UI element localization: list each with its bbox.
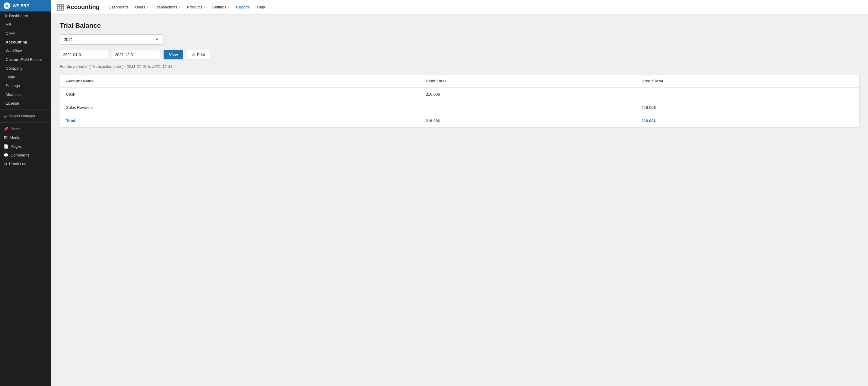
sidebar-item-project-manager[interactable]: ◎ Project Manager: [0, 111, 51, 121]
sidebar-item-hr[interactable]: HR: [0, 20, 51, 29]
total-debit: 216.00$: [420, 114, 636, 128]
total-row: Total 216.00$ 216.00$: [60, 114, 859, 128]
col-header-debit: Debit Total: [420, 74, 636, 88]
sidebar-item-license[interactable]: License: [0, 99, 51, 108]
pages-icon: 📄: [4, 144, 8, 149]
sidebar-item-label: CRM: [6, 31, 15, 36]
nav-label-products: Products: [187, 5, 203, 9]
sidebar-item-label: Tools: [6, 75, 15, 79]
comments-icon: 💬: [4, 153, 8, 157]
sidebar-item-label: Custom Field Builder: [6, 57, 42, 62]
sidebar-item-tools[interactable]: Tools: [0, 73, 51, 82]
print-button[interactable]: Print: [187, 50, 210, 59]
account-name-cell: Sales Revenue: [60, 101, 420, 114]
nav-item-reports[interactable]: Reports: [233, 3, 253, 11]
email-log-icon: ✉: [4, 162, 7, 166]
page-title: Trial Balance: [60, 22, 860, 30]
sidebar-top-brand[interactable]: W WP ERP: [0, 0, 51, 11]
period-dates: 2021-01-01 to 2021-12-31: [127, 64, 172, 69]
debit-cell: 216.00$: [420, 88, 636, 101]
sidebar-item-label: Modules: [6, 92, 21, 97]
wp-erp-icon: W: [4, 2, 10, 9]
year-select-wrapper: 2019 2020 2021 2022: [60, 34, 860, 45]
sidebar-item-modules[interactable]: Modules: [0, 90, 51, 99]
sidebar-item-label: Posts: [10, 127, 21, 131]
sidebar-item-company[interactable]: Company: [0, 64, 51, 73]
table-row: Sales Revenue 216.00$: [60, 101, 859, 114]
sidebar-item-label: Project Manager: [9, 114, 35, 118]
nav-item-settings[interactable]: Settings ▾: [209, 3, 232, 11]
total-label: Total: [60, 114, 420, 128]
sidebar-item-pages[interactable]: 📄 Pages: [0, 142, 51, 151]
project-manager-icon: ◎: [4, 114, 7, 118]
top-nav-title: Accounting: [66, 4, 100, 10]
sidebar-item-label: Settings: [6, 84, 20, 88]
nav-label-reports: Reports: [236, 5, 250, 9]
sidebar-item-posts[interactable]: 📌 Posts: [0, 125, 51, 133]
top-nav-brand: Accounting: [57, 4, 100, 10]
chevron-down-icon: ▾: [204, 5, 205, 9]
sidebar-item-settings[interactable]: Settings: [0, 82, 51, 90]
date-to-input[interactable]: [112, 50, 160, 59]
sidebar-item-media[interactable]: 🖼 Media: [0, 133, 51, 142]
top-nav: Accounting Dashboard Users ▾ Transaction…: [51, 0, 868, 14]
sidebar-item-dashboard-top[interactable]: ⊞ Dashboard: [0, 11, 51, 20]
sidebar-brand-label: WP ERP: [13, 3, 29, 8]
sidebar-item-label: Comments: [10, 153, 30, 157]
sidebar-item-label: Accounting: [6, 40, 28, 44]
account-name-cell: Cash: [60, 88, 420, 101]
table-row: Cash 216.00$: [60, 88, 859, 101]
accounting-brand-icon: [57, 4, 64, 10]
print-label: Print: [197, 53, 205, 57]
sidebar-item-label: Pages: [10, 144, 22, 149]
sidebar-divider-2: [0, 122, 51, 123]
period-text: For the period of ( Transaction date ) :…: [60, 64, 860, 69]
nav-item-dashboard[interactable]: Dashboard: [105, 3, 131, 11]
sidebar-item-workflow[interactable]: Workflow: [0, 46, 51, 55]
sidebar-item-custom-field-builder[interactable]: Custom Field Builder: [0, 55, 51, 64]
posts-icon: 📌: [4, 127, 8, 131]
year-select[interactable]: 2019 2020 2021 2022: [60, 34, 162, 45]
sidebar-item-crm[interactable]: CRM: [0, 29, 51, 38]
nav-item-help[interactable]: Help: [254, 3, 268, 11]
view-button[interactable]: View: [163, 50, 183, 59]
date-filter-row: View Print: [60, 50, 860, 59]
nav-label-transactions: Transactions: [155, 5, 178, 9]
sidebar-item-label: Dashboard: [9, 13, 28, 18]
nav-label-settings: Settings: [212, 5, 226, 9]
media-icon: 🖼: [4, 135, 7, 140]
nav-label-users: Users: [135, 5, 146, 9]
dashboard-icon: ⊞: [4, 13, 7, 18]
col-header-credit: Credit Total: [636, 74, 859, 88]
sidebar-item-label: HR: [6, 22, 11, 27]
main-area: Accounting Dashboard Users ▾ Transaction…: [51, 0, 868, 386]
nav-label-dashboard: Dashboard: [108, 5, 128, 9]
sidebar-item-label: Media: [10, 135, 20, 140]
trial-balance-table: Account Name Debit Total Credit Total Ca…: [60, 74, 860, 128]
total-credit: 216.00$: [636, 114, 859, 128]
nav-item-users[interactable]: Users ▾: [132, 3, 151, 11]
period-label: For the period of ( Transaction date ) :: [60, 64, 127, 69]
credit-cell: 216.00$: [636, 101, 859, 114]
debit-cell: [420, 101, 636, 114]
sidebar-item-label: Email Log: [9, 162, 27, 166]
nav-item-transactions[interactable]: Transactions ▾: [152, 3, 183, 11]
chevron-down-icon: ▾: [178, 5, 180, 9]
sidebar-item-label: Workflow: [6, 49, 22, 53]
credit-cell: [636, 88, 859, 101]
print-dot-icon: [192, 53, 195, 56]
sidebar-item-comments[interactable]: 💬 Comments: [0, 151, 51, 160]
page-content: Trial Balance 2019 2020 2021 2022 View P…: [51, 14, 868, 386]
sidebar-item-email-log[interactable]: ✉ Email Log: [0, 160, 51, 168]
nav-item-products[interactable]: Products ▾: [184, 3, 208, 11]
chevron-down-icon: ▾: [227, 5, 229, 9]
sidebar-item-label: License: [6, 101, 19, 105]
date-from-input[interactable]: [60, 50, 108, 59]
nav-label-help: Help: [257, 5, 265, 9]
sidebar-divider: [0, 109, 51, 110]
sidebar-item-label: Company: [6, 66, 23, 71]
chevron-down-icon: ▾: [146, 5, 148, 9]
sidebar-item-accounting[interactable]: Accounting: [0, 38, 51, 46]
sidebar: W WP ERP ⊞ Dashboard HR CRM Accounting W…: [0, 0, 51, 386]
col-header-account: Account Name: [60, 74, 420, 88]
